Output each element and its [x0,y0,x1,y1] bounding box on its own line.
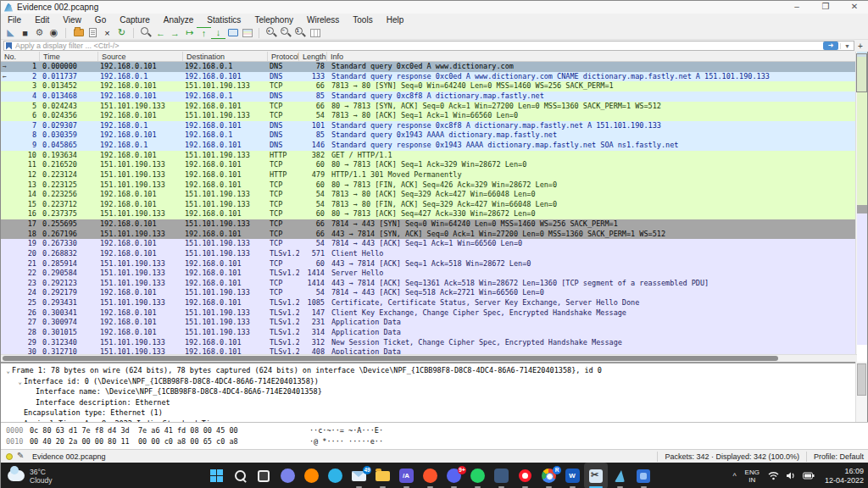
capture-stop-button[interactable]: ■ [18,27,32,39]
packet-row[interactable]: 70.029307192.168.0.1192.168.0.101DNS101S… [1,121,857,131]
packet-row[interactable]: 230.292123151.101.190.133192.168.0.101TC… [1,279,857,289]
minimize-button[interactable]: – [782,1,811,14]
menu-item-file[interactable]: File [1,14,28,26]
wifi-icon[interactable] [768,471,779,480]
taskbar-app-a[interactable]: /A [394,463,418,488]
column-header-source[interactable]: Source [98,52,183,61]
packet-row[interactable]: 50.024243151.101.190.133192.168.0.101TCP… [1,102,857,112]
menu-item-wireless[interactable]: Wireless [300,14,346,26]
go-back-button[interactable]: ← [153,27,168,39]
taskbar-task-view[interactable] [252,463,275,488]
column-header-protocol[interactable]: Protocol [268,52,299,61]
column-header-length[interactable]: Length [299,52,327,61]
packet-row[interactable]: 2←0.011737192.168.0.1192.168.0.101DNS133… [1,72,857,82]
packet-row[interactable]: 210.285914151.101.190.133192.168.0.101TC… [1,259,857,269]
profile-label[interactable]: Profile: Default [814,452,864,461]
column-header-time[interactable]: Time [40,52,98,61]
packet-list-scrollbar[interactable] [855,52,867,354]
volume-icon[interactable] [786,471,796,480]
menu-item-view[interactable]: View [56,14,88,26]
packet-row[interactable]: 60.024356192.168.0.101151.101.190.133TCP… [1,111,857,121]
detail-line[interactable]: ⌄Frame 1: 78 bytes on wire (624 bits), 7… [1,365,857,376]
packet-row[interactable]: 200.268832192.168.0.101151.101.190.133TL… [1,249,857,259]
taskbar-search[interactable] [228,463,252,488]
packet-row[interactable]: 90.045865192.168.0.1192.168.0.101DNS146S… [1,141,857,151]
taskbar-opera[interactable] [513,463,537,488]
detail-line[interactable]: ⌄Interface id: 0 (\Device\NPF_{1CBB98F8-… [1,376,857,387]
packet-row[interactable]: 190.267330192.168.0.101151.101.190.133TC… [1,239,857,249]
close-button[interactable]: ✕ [840,1,868,14]
taskbar-chrome[interactable]: R [537,463,560,488]
taskbar-mail[interactable]: 49 [347,463,370,488]
taskbar-snipping-tool[interactable] [584,463,608,488]
menu-item-go[interactable]: Go [88,14,113,26]
packet-row[interactable]: 110.216520151.101.190.133192.168.0.101TC… [1,160,857,170]
zoom-in-button[interactable]: + [264,27,279,39]
details-scrollbar-thumb[interactable] [857,363,866,396]
expert-info-icon[interactable] [6,453,13,460]
horizontal-scrollbar-thumb[interactable] [3,356,778,361]
taskbar-photos[interactable] [632,463,655,488]
taskbar-explorer[interactable] [370,463,394,488]
auto-scroll-button[interactable] [225,27,240,39]
packet-row[interactable]: 180.267196151.101.190.133192.168.0.101TC… [1,230,857,240]
menu-item-edit[interactable]: Edit [28,14,56,26]
packet-row[interactable]: 260.300341192.168.0.101151.101.190.133TL… [1,308,857,319]
detail-line[interactable]: Encapsulation type: Ethernet (1) [1,408,857,419]
packet-row[interactable]: 140.223256192.168.0.101151.101.190.133TC… [1,190,857,200]
horizontal-scrollbar[interactable] [1,354,857,362]
packet-row[interactable]: 280.301015192.168.0.101151.101.190.133TL… [1,328,857,338]
hex-row[interactable]: 001000 40 20 2a 00 00 80 11 00 00 c0 a8 … [1,436,868,447]
menu-item-analyze[interactable]: Analyze [157,14,201,26]
detail-line[interactable]: Interface description: Ethernet [1,397,857,408]
column-header-destination[interactable]: Destination [183,52,268,61]
packet-row[interactable]: 150.223712192.168.0.101151.101.190.133TC… [1,200,857,210]
taskbar-firefox[interactable] [299,463,323,488]
packet-row[interactable]: 80.030359192.168.0.101192.168.0.1DNS85St… [1,130,857,141]
go-forward-button[interactable]: → [168,27,182,39]
colorize-button[interactable] [240,27,254,39]
packet-row[interactable]: 170.255695192.168.0.101151.101.190.133TC… [1,219,857,230]
packet-row[interactable]: 120.223124151.101.190.133192.168.0.101HT… [1,170,857,180]
go-to-packet-button[interactable]: ↦ [182,27,197,39]
find-packet-button[interactable] [139,27,153,39]
collapse-arrow-icon[interactable]: ⌄ [4,366,12,376]
capture-comment-icon[interactable] [17,452,25,461]
hidden-icons-chevron[interactable]: ^ [732,472,736,480]
clock-widget[interactable]: 16:09 12-04-2022 [825,467,864,485]
menu-item-capture[interactable]: Capture [113,14,157,26]
zoom-original-button[interactable]: 1 [293,27,308,39]
capture-restart-button[interactable]: ◉ [47,27,61,39]
scrollbar-thumb[interactable] [856,53,867,92]
packet-row[interactable]: 220.290584151.101.190.133192.168.0.101TL… [1,269,857,279]
capture-start-button[interactable]: ◣ [3,27,18,39]
taskbar-start[interactable] [204,463,228,488]
taskbar-word[interactable]: W [560,463,584,488]
packet-row[interactable]: 240.292179192.168.0.101151.101.190.133TC… [1,288,857,298]
go-bottom-button[interactable]: ↓ [211,27,225,39]
menu-item-statistics[interactable]: Statistics [200,14,248,26]
packet-row[interactable]: 160.237375151.101.190.133192.168.0.101TC… [1,209,857,219]
column-header-info[interactable]: Info [327,52,857,61]
open-file-button[interactable] [71,27,86,39]
resize-columns-button[interactable] [308,27,322,39]
add-filter-button[interactable]: + [854,42,866,51]
packet-row[interactable]: 100.193634192.168.0.101151.101.190.133HT… [1,151,857,161]
weather-widget[interactable]: 36°C Cloudy [8,468,101,485]
taskbar-wireshark[interactable] [608,463,632,488]
packet-row[interactable]: 290.312340151.101.190.133192.168.0.101TL… [1,338,857,348]
menu-item-help[interactable]: Help [380,14,411,26]
filter-bookmark-icon[interactable] [6,42,12,50]
detail-line[interactable]: Interface name: \Device\NPF_{1CBB98F8-D8… [1,386,857,397]
save-file-button[interactable] [86,27,100,39]
menu-item-tools[interactable]: Tools [346,14,379,26]
language-indicator[interactable]: ENG IN [745,469,760,484]
packet-row[interactable]: 250.293431151.101.190.133192.168.0.101TL… [1,298,857,308]
filter-dropdown-icon[interactable]: ▼ [840,43,854,49]
restore-button[interactable]: ❐ [811,1,840,14]
packet-row[interactable]: 40.013468192.168.0.101192.168.0.1DNS85St… [1,92,857,102]
taskbar-brave[interactable] [418,463,442,488]
hex-row[interactable]: 00000c 80 63 d1 7e f8 d4 3d 7e a6 41 fd … [1,425,868,436]
packet-row[interactable]: 300.312710151.101.190.133192.168.0.101TL… [1,347,857,354]
apply-filter-button[interactable]: ➜ [823,42,838,50]
